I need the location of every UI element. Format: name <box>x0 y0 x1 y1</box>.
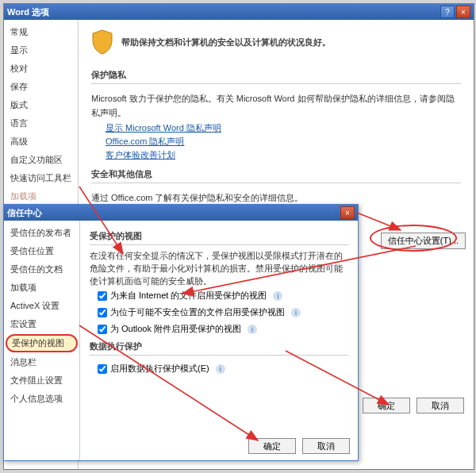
sidebar-item-qat[interactable]: 快速访问工具栏 <box>4 169 78 187</box>
info-icon[interactable]: i <box>291 308 301 317</box>
tc-item-protected-view[interactable]: 受保护的视图 <box>6 334 78 352</box>
tc-item-macros[interactable]: 宏设置 <box>4 315 79 333</box>
chk-dep-box[interactable] <box>98 364 107 374</box>
word-options-cancel-button[interactable]: 取消 <box>416 398 464 413</box>
tc-item-addins[interactable]: 加载项 <box>4 279 79 297</box>
tc-item-message-bar[interactable]: 消息栏 <box>4 353 79 371</box>
close-button[interactable]: × <box>456 6 470 18</box>
tc-item-publishers[interactable]: 受信任的发布者 <box>4 224 79 242</box>
link-ceip[interactable]: 客户体验改善计划 <box>106 148 461 162</box>
info-icon[interactable]: i <box>273 291 282 301</box>
sidebar-item-general[interactable]: 常规 <box>4 23 78 41</box>
sidebar-item-display[interactable]: 显示 <box>4 41 78 60</box>
word-options-ok-button[interactable]: 确定 <box>363 398 410 413</box>
banner-text: 帮助保持文档和计算机的安全以及计算机的状况良好。 <box>121 37 331 48</box>
section-privacy-header: 保护隐私 <box>91 63 461 84</box>
help-button[interactable]: ? <box>440 6 455 18</box>
chk-outlook-attachments[interactable]: 为 Outlook 附件启用受保护的视图i <box>90 321 348 337</box>
sidebar-item-addins[interactable]: 加载项 <box>4 187 78 206</box>
chk-unsafe-locations-box[interactable] <box>98 308 107 317</box>
sidebar-item-language[interactable]: 语言 <box>4 114 78 133</box>
link-word-privacy[interactable]: 显示 Microsoft Word 隐私声明 <box>106 121 461 135</box>
info-icon[interactable]: i <box>216 364 225 374</box>
trust-center-cancel-button[interactable]: 取消 <box>302 438 350 454</box>
trust-center-close-button[interactable]: × <box>340 206 355 219</box>
protected-view-header: 受保护的视图 <box>90 227 348 245</box>
section-security-header: 安全和其他信息 <box>91 162 461 183</box>
tc-item-documents[interactable]: 受信任的文档 <box>4 260 79 279</box>
trust-center-ok-button[interactable]: 确定 <box>248 438 296 454</box>
info-icon[interactable]: i <box>248 325 257 334</box>
sidebar-item-customize-ribbon[interactable]: 自定义功能区 <box>4 151 78 169</box>
sidebar-item-proofing[interactable]: 校对 <box>4 60 78 78</box>
chk-internet-files[interactable]: 为来自 Internet 的文件启用受保护的视图i <box>90 287 348 304</box>
chk-internet-files-box[interactable] <box>98 291 107 301</box>
word-options-title: Word 选项 <box>7 6 440 18</box>
shield-icon <box>91 29 113 55</box>
trust-center-title: 信任中心 <box>7 207 340 219</box>
trust-center-settings-button[interactable]: 信任中心设置(T)... <box>381 233 466 249</box>
tc-item-locations[interactable]: 受信任位置 <box>4 242 79 260</box>
tc-item-file-block[interactable]: 文件阻止设置 <box>4 371 79 390</box>
trust-center-titlebar[interactable]: 信任中心 × <box>4 205 358 221</box>
protected-view-desc: 在没有任何安全提示的情况下，受保护视图以受限模式打开潜在的危险文件，有助于最小化… <box>90 250 348 287</box>
privacy-text: Microsoft 致力于保护您的隐私。有关 Microsoft Word 如何… <box>91 90 461 121</box>
dep-header: 数据执行保护 <box>90 337 348 356</box>
sidebar-item-save[interactable]: 保存 <box>4 78 78 96</box>
tc-item-activex[interactable]: ActiveX 设置 <box>4 297 79 315</box>
sidebar-item-advanced[interactable]: 高级 <box>4 133 78 151</box>
word-options-titlebar[interactable]: Word 选项 ? × <box>4 4 474 20</box>
trust-center-sidebar: 受信任的发布者 受信任位置 受信任的文档 加载项 ActiveX 设置 宏设置 … <box>4 221 80 460</box>
tc-item-privacy-options[interactable]: 个人信息选项 <box>4 390 79 408</box>
sidebar-item-layout[interactable]: 版式 <box>4 96 78 114</box>
chk-dep[interactable]: 启用数据执行保护模式(E)i <box>90 360 348 377</box>
chk-unsafe-locations[interactable]: 为位于可能不安全位置的文件启用受保护视图i <box>90 304 348 321</box>
chk-outlook-attachments-box[interactable] <box>98 325 107 334</box>
link-office-privacy[interactable]: Office.com 隐私声明 <box>106 135 461 148</box>
trust-center-dialog: 信任中心 × 受信任的发布者 受信任位置 受信任的文档 加载项 ActiveX … <box>3 204 359 461</box>
trust-center-content: 受保护的视图 在没有任何安全提示的情况下，受保护视图以受限模式打开潜在的危险文件… <box>80 221 358 460</box>
